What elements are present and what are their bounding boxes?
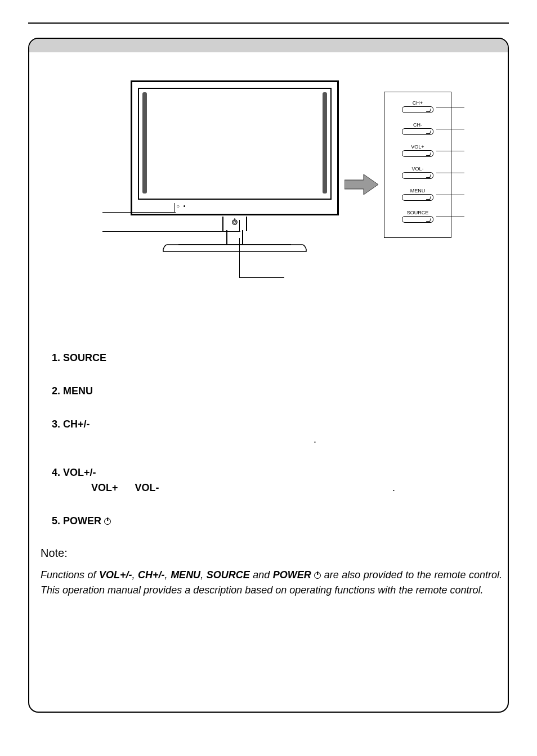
item-menu: 2. MENU <box>52 384 485 399</box>
speaker-left <box>142 92 147 194</box>
side-btn-vol-minus: VOL- <box>390 166 445 179</box>
bold: CH+/- <box>138 569 165 580</box>
button-shape <box>402 150 433 157</box>
side-buttons-panel: CH+ CH- VOL+ VOL- <box>384 92 451 238</box>
leader-line <box>102 231 240 232</box>
leader-line <box>436 107 464 107</box>
note-body: Functions of VOL+/-, CH+/-, MENU, SOURCE… <box>41 568 502 598</box>
label: VOL+ <box>390 144 445 150</box>
button-shape <box>402 194 433 201</box>
arrow-icon <box>344 173 379 198</box>
tv-stand <box>162 244 308 251</box>
label: MENU <box>390 188 445 194</box>
tv-front-diagram: ○ • <box>131 80 339 215</box>
side-btn-vol-plus: VOL+ <box>390 144 445 157</box>
svg-point-0 <box>232 220 237 224</box>
page: ○ • <box>0 0 537 756</box>
label: CH- <box>390 122 445 128</box>
bold: VOL+/- <box>99 569 132 580</box>
leader-line <box>436 173 464 173</box>
heading: 5. POWER <box>52 515 101 526</box>
item-power: 5. POWER <box>52 514 485 529</box>
button-shape <box>402 106 433 113</box>
bold: SOURCE <box>207 569 250 580</box>
leader-line <box>239 220 240 231</box>
text: Functions of <box>41 569 99 580</box>
front-indicators: ○ • <box>176 203 186 209</box>
label: VOL- <box>390 166 445 172</box>
front-power-area <box>222 217 247 231</box>
tv-neck <box>226 230 243 245</box>
vol-minus-label: VOL- <box>135 482 159 493</box>
text: and <box>250 569 273 580</box>
leader-line <box>436 195 464 195</box>
button-shape <box>402 216 433 223</box>
item-source: 1. SOURCE <box>52 350 485 366</box>
power-icon <box>231 218 239 227</box>
top-rule <box>28 22 509 24</box>
button-shape <box>402 128 433 135</box>
leader-line <box>239 238 240 277</box>
leader-line <box>102 212 176 213</box>
content-panel: ○ • <box>28 38 509 713</box>
side-btn-menu: MENU <box>390 188 445 201</box>
side-btn-source: SOURCE <box>390 210 445 223</box>
bold: POWER <box>273 569 311 580</box>
note-block: Note: Functions of VOL+/-, CH+/-, MENU, … <box>29 547 508 598</box>
leader-line <box>436 217 464 217</box>
diagram-area: ○ • <box>29 75 508 311</box>
vol-plus-label: VOL+ <box>91 482 118 493</box>
power-icon <box>314 572 321 579</box>
svg-marker-3 <box>344 174 378 195</box>
note-title: Note: <box>41 547 502 560</box>
tv-screen <box>138 88 332 200</box>
panel-header-bar <box>29 39 508 52</box>
text: , <box>200 569 207 580</box>
heading: 3. CH+/- <box>52 418 90 430</box>
side-btn-ch-minus: CH- <box>390 122 445 135</box>
bold: MENU <box>171 569 200 580</box>
heading: 2. MENU <box>52 385 93 397</box>
speaker-right <box>323 92 327 194</box>
power-icon <box>104 518 111 525</box>
leader-line <box>239 277 284 278</box>
text: , <box>132 569 138 580</box>
item-vol: 4. VOL+/- VOL+ VOL- . <box>52 465 485 496</box>
label: CH+ <box>390 100 445 106</box>
leader-line <box>436 151 464 151</box>
svg-point-1 <box>234 221 236 223</box>
heading: 1. SOURCE <box>52 352 106 363</box>
side-btn-ch-plus: CH+ <box>390 100 445 113</box>
item-ch: 3. CH+/- . <box>52 417 485 447</box>
tv-bezel: ○ • <box>131 80 339 215</box>
button-shape <box>402 172 433 179</box>
leader-line <box>174 203 175 212</box>
descriptions: 1. SOURCE 2. MENU 3. CH+/- . 4. VOL+/- V… <box>29 350 508 529</box>
text: , <box>165 569 171 580</box>
heading: 4. VOL+/- <box>52 467 96 478</box>
label: SOURCE <box>390 210 445 215</box>
leader-line <box>436 129 464 129</box>
vol-line: VOL+ VOL- . <box>52 480 485 496</box>
